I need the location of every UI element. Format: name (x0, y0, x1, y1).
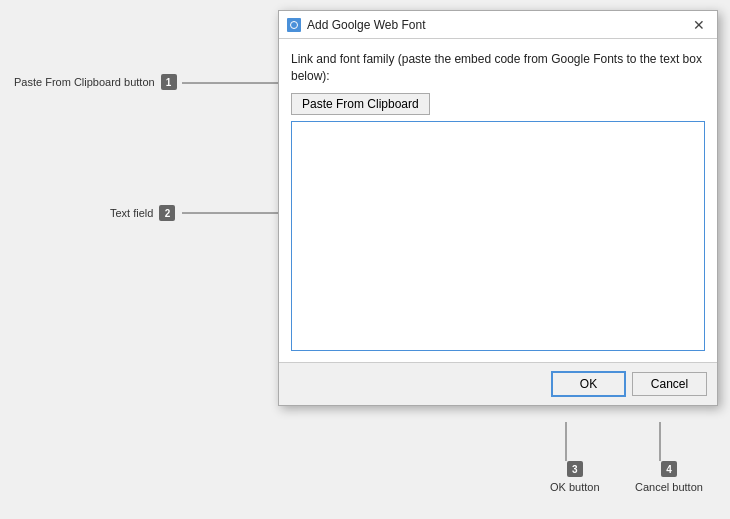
dialog-icon (287, 18, 301, 32)
cancel-button[interactable]: Cancel (632, 372, 707, 396)
ok-annotation-label: OK button (550, 481, 600, 493)
cancel-button-annotation: 4 Cancel button (635, 461, 703, 493)
embed-code-textarea[interactable] (291, 121, 705, 351)
close-button[interactable]: ✕ (689, 15, 709, 35)
add-web-font-dialog: Add Goolge Web Font ✕ Link and font fami… (278, 10, 718, 406)
paste-button-annotation-badge: 1 (161, 74, 177, 90)
cancel-annotation-label: Cancel button (635, 481, 703, 493)
cancel-annotation-badge: 4 (661, 461, 677, 477)
dialog-titlebar: Add Goolge Web Font ✕ (279, 11, 717, 39)
ok-button[interactable]: OK (551, 371, 626, 397)
dialog-title: Add Goolge Web Font (307, 18, 426, 32)
dialog-icon-inner (290, 21, 298, 29)
text-area-container (291, 121, 705, 354)
paste-button-annotation-label: Paste From Clipboard button (14, 76, 155, 88)
ok-annotation-badge: 3 (567, 461, 583, 477)
dialog-description: Link and font family (paste the embed co… (291, 51, 705, 85)
dialog-footer: OK Cancel (279, 363, 717, 405)
dialog-title-left: Add Goolge Web Font (287, 18, 426, 32)
ok-button-annotation: 3 OK button (550, 461, 600, 493)
paste-from-clipboard-button[interactable]: Paste From Clipboard (291, 93, 430, 115)
paste-button-annotation: Paste From Clipboard button 1 (14, 74, 177, 90)
text-field-annotation: Text field 2 (110, 205, 175, 221)
text-field-annotation-badge: 2 (159, 205, 175, 221)
text-field-annotation-label: Text field (110, 207, 153, 219)
dialog-body: Link and font family (paste the embed co… (279, 39, 717, 363)
